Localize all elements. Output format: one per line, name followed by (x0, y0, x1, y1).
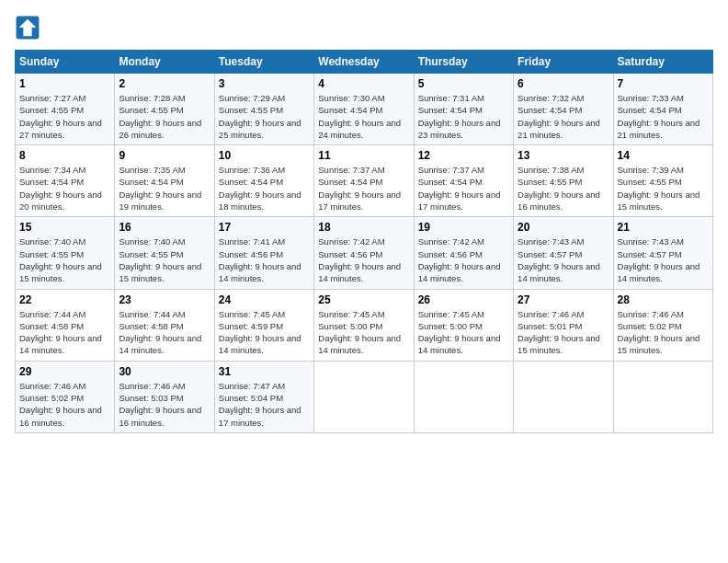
calendar-cell: 14 Sunrise: 7:39 AMSunset: 4:55 PMDaylig… (613, 145, 712, 217)
day-number: 26 (418, 293, 509, 306)
day-info: Sunrise: 7:43 AMSunset: 4:57 PMDaylight:… (618, 236, 709, 284)
day-number: 1 (19, 77, 110, 90)
logo-icon (15, 15, 40, 40)
calendar-cell: 28 Sunrise: 7:46 AMSunset: 5:02 PMDaylig… (613, 289, 712, 361)
day-number: 19 (418, 221, 509, 234)
calendar-week-4: 22 Sunrise: 7:44 AMSunset: 4:58 PMDaylig… (16, 289, 713, 361)
day-info: Sunrise: 7:46 AMSunset: 5:03 PMDaylight:… (119, 380, 210, 429)
day-info: Sunrise: 7:46 AMSunset: 5:02 PMDaylight:… (19, 380, 110, 429)
day-info: Sunrise: 7:40 AMSunset: 4:55 PMDaylight:… (119, 236, 210, 284)
day-number: 10 (219, 149, 310, 162)
day-number: 2 (119, 77, 210, 90)
calendar-cell: 4 Sunrise: 7:30 AMSunset: 4:54 PMDayligh… (314, 74, 414, 145)
day-info: Sunrise: 7:46 AMSunset: 5:02 PMDaylight:… (618, 308, 709, 357)
calendar-cell: 20 Sunrise: 7:43 AMSunset: 4:57 PMDaylig… (514, 217, 613, 289)
calendar-week-2: 8 Sunrise: 7:34 AMSunset: 4:54 PMDayligh… (16, 145, 713, 217)
day-info: Sunrise: 7:28 AMSunset: 4:55 PMDaylight:… (119, 92, 210, 141)
day-of-week-saturday: Saturday (613, 51, 712, 74)
day-info: Sunrise: 7:37 AMSunset: 4:54 PMDaylight:… (318, 164, 409, 213)
calendar-cell: 11 Sunrise: 7:37 AMSunset: 4:54 PMDaylig… (314, 145, 414, 217)
calendar-table: SundayMondayTuesdayWednesdayThursdayFrid… (15, 50, 713, 433)
day-info: Sunrise: 7:47 AMSunset: 5:04 PMDaylight:… (219, 380, 310, 429)
day-number: 22 (19, 293, 110, 306)
day-info: Sunrise: 7:41 AMSunset: 4:56 PMDaylight:… (219, 236, 310, 284)
calendar-cell: 21 Sunrise: 7:43 AMSunset: 4:57 PMDaylig… (613, 217, 712, 289)
day-info: Sunrise: 7:38 AMSunset: 4:55 PMDaylight:… (518, 164, 609, 213)
calendar-cell: 30 Sunrise: 7:46 AMSunset: 5:03 PMDaylig… (115, 361, 214, 432)
day-info: Sunrise: 7:32 AMSunset: 4:54 PMDaylight:… (518, 92, 609, 141)
day-number: 9 (119, 149, 210, 162)
day-info: Sunrise: 7:30 AMSunset: 4:54 PMDaylight:… (318, 92, 409, 141)
calendar-header-row: SundayMondayTuesdayWednesdayThursdayFrid… (16, 51, 713, 74)
day-info: Sunrise: 7:33 AMSunset: 4:54 PMDaylight:… (618, 92, 709, 141)
day-of-week-tuesday: Tuesday (214, 51, 313, 74)
calendar-cell: 19 Sunrise: 7:42 AMSunset: 4:56 PMDaylig… (414, 217, 513, 289)
day-of-week-monday: Monday (115, 51, 214, 74)
day-info: Sunrise: 7:43 AMSunset: 4:57 PMDaylight:… (518, 236, 609, 284)
logo (15, 15, 44, 40)
day-number: 7 (618, 77, 709, 90)
day-number: 12 (418, 149, 509, 162)
day-number: 28 (618, 293, 709, 306)
day-number: 3 (219, 77, 310, 90)
day-number: 30 (119, 365, 210, 378)
day-info: Sunrise: 7:45 AMSunset: 5:00 PMDaylight:… (318, 308, 409, 357)
day-number: 23 (119, 293, 210, 306)
calendar-cell: 26 Sunrise: 7:45 AMSunset: 5:00 PMDaylig… (414, 289, 513, 361)
day-info: Sunrise: 7:45 AMSunset: 5:00 PMDaylight:… (418, 308, 509, 357)
calendar-cell: 18 Sunrise: 7:42 AMSunset: 4:56 PMDaylig… (314, 217, 414, 289)
day-number: 14 (618, 149, 709, 162)
calendar-cell: 8 Sunrise: 7:34 AMSunset: 4:54 PMDayligh… (16, 145, 115, 217)
calendar-cell: 27 Sunrise: 7:46 AMSunset: 5:01 PMDaylig… (514, 289, 613, 361)
calendar-cell (414, 361, 513, 432)
day-number: 5 (418, 77, 509, 90)
calendar-cell (613, 361, 712, 432)
calendar-cell: 31 Sunrise: 7:47 AMSunset: 5:04 PMDaylig… (214, 361, 313, 432)
day-number: 31 (219, 365, 310, 378)
day-info: Sunrise: 7:27 AMSunset: 4:55 PMDaylight:… (19, 92, 110, 141)
day-number: 4 (318, 77, 409, 90)
day-info: Sunrise: 7:36 AMSunset: 4:54 PMDaylight:… (219, 164, 310, 213)
calendar-cell: 3 Sunrise: 7:29 AMSunset: 4:55 PMDayligh… (214, 74, 313, 145)
calendar-cell: 5 Sunrise: 7:31 AMSunset: 4:54 PMDayligh… (414, 74, 513, 145)
day-info: Sunrise: 7:42 AMSunset: 4:56 PMDaylight:… (318, 236, 409, 284)
day-number: 15 (19, 221, 110, 234)
calendar-week-5: 29 Sunrise: 7:46 AMSunset: 5:02 PMDaylig… (16, 361, 713, 432)
day-info: Sunrise: 7:31 AMSunset: 4:54 PMDaylight:… (418, 92, 509, 141)
calendar-cell: 29 Sunrise: 7:46 AMSunset: 5:02 PMDaylig… (16, 361, 115, 432)
calendar-cell: 22 Sunrise: 7:44 AMSunset: 4:58 PMDaylig… (16, 289, 115, 361)
calendar-cell: 9 Sunrise: 7:35 AMSunset: 4:54 PMDayligh… (115, 145, 214, 217)
day-info: Sunrise: 7:29 AMSunset: 4:55 PMDaylight:… (219, 92, 310, 141)
calendar-cell (314, 361, 414, 432)
day-number: 16 (119, 221, 210, 234)
day-number: 8 (19, 149, 110, 162)
calendar-week-3: 15 Sunrise: 7:40 AMSunset: 4:55 PMDaylig… (16, 217, 713, 289)
day-info: Sunrise: 7:34 AMSunset: 4:54 PMDaylight:… (19, 164, 110, 213)
day-of-week-friday: Friday (514, 51, 613, 74)
calendar-week-1: 1 Sunrise: 7:27 AMSunset: 4:55 PMDayligh… (16, 74, 713, 145)
day-info: Sunrise: 7:40 AMSunset: 4:55 PMDaylight:… (19, 236, 110, 284)
calendar-cell: 1 Sunrise: 7:27 AMSunset: 4:55 PMDayligh… (16, 74, 115, 145)
day-number: 13 (518, 149, 609, 162)
calendar-cell: 15 Sunrise: 7:40 AMSunset: 4:55 PMDaylig… (16, 217, 115, 289)
calendar-cell: 13 Sunrise: 7:38 AMSunset: 4:55 PMDaylig… (514, 145, 613, 217)
calendar-cell: 12 Sunrise: 7:37 AMSunset: 4:54 PMDaylig… (414, 145, 513, 217)
day-info: Sunrise: 7:35 AMSunset: 4:54 PMDaylight:… (119, 164, 210, 213)
calendar-cell: 25 Sunrise: 7:45 AMSunset: 5:00 PMDaylig… (314, 289, 414, 361)
calendar-cell: 17 Sunrise: 7:41 AMSunset: 4:56 PMDaylig… (214, 217, 313, 289)
day-info: Sunrise: 7:42 AMSunset: 4:56 PMDaylight:… (418, 236, 509, 284)
calendar-cell (514, 361, 613, 432)
calendar-cell: 23 Sunrise: 7:44 AMSunset: 4:58 PMDaylig… (115, 289, 214, 361)
day-number: 27 (518, 293, 609, 306)
calendar-cell: 2 Sunrise: 7:28 AMSunset: 4:55 PMDayligh… (115, 74, 214, 145)
day-info: Sunrise: 7:45 AMSunset: 4:59 PMDaylight:… (219, 308, 310, 357)
day-number: 29 (19, 365, 110, 378)
day-of-week-wednesday: Wednesday (314, 51, 414, 74)
day-info: Sunrise: 7:46 AMSunset: 5:01 PMDaylight:… (518, 308, 609, 357)
page-header (15, 15, 713, 40)
day-number: 6 (518, 77, 609, 90)
calendar-cell: 10 Sunrise: 7:36 AMSunset: 4:54 PMDaylig… (214, 145, 313, 217)
day-number: 11 (318, 149, 409, 162)
day-info: Sunrise: 7:44 AMSunset: 4:58 PMDaylight:… (119, 308, 210, 357)
day-number: 24 (219, 293, 310, 306)
